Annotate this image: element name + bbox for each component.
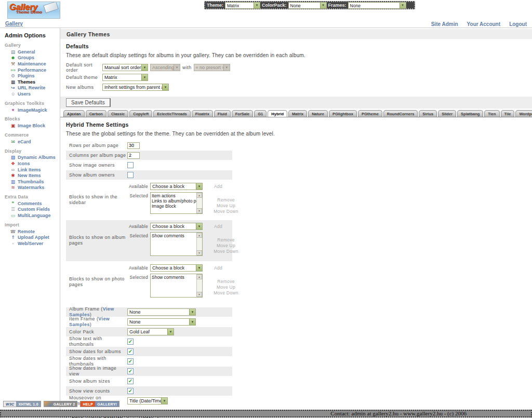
blocks-to-show-on-photo-pages-available-select[interactable]: Choose a block▼ (150, 264, 203, 272)
show-album-sizes-checkbox[interactable]: ✓ (127, 378, 134, 384)
list-item[interactable]: Item actions (152, 193, 195, 198)
gallery2-badge[interactable]: GALLERY 2 (44, 401, 78, 407)
scroll-down-icon[interactable]: ▼ (196, 292, 202, 297)
scroll-down-icon[interactable]: ▼ (196, 250, 202, 255)
breadcrumb-gallery-link[interactable]: Gallery (5, 21, 23, 26)
tab-matrix[interactable]: Matrix (288, 110, 307, 117)
sidebar-item-custom-fields[interactable]: ☰Custom Fields (5, 207, 58, 213)
scroll-up-icon[interactable]: ▲ (196, 274, 202, 279)
add-link[interactable]: Add (214, 183, 222, 189)
show-album-owners-checkbox[interactable] (127, 172, 134, 178)
sidebar-item-link-items[interactable]: ∞Link Items (5, 167, 58, 173)
remove-link[interactable]: Remove (210, 237, 242, 243)
remove-link[interactable]: Remove (210, 279, 242, 285)
move-down-link[interactable]: Move Down (210, 290, 242, 296)
color-pack-select[interactable]: Gold Leaf▼ (127, 328, 174, 335)
tab-eclecticthreads[interactable]: EclecticThreads (153, 110, 191, 117)
sidebar-item-imagemagick[interactable]: ✦ImageMagick (5, 107, 58, 113)
tab-forsale[interactable]: ForSale (232, 110, 254, 117)
sidebar-item-comments[interactable]: ❞Comments (5, 200, 58, 207)
frames-select[interactable]: None ▼ (348, 2, 406, 9)
tab-carbon[interactable]: Carbon (86, 110, 107, 117)
move-up-link[interactable]: Move Up (210, 203, 242, 209)
sidebar-item-users[interactable]: ☺Users (5, 91, 58, 97)
sidebar-item-new-items[interactable]: ✱New Items (5, 172, 58, 179)
list-item[interactable]: Links to album/photo peers (152, 198, 195, 204)
rows-per-album-page-input[interactable] (127, 142, 140, 149)
sidebar-item-groups[interactable]: ☻Groups (5, 55, 58, 61)
tab-g1[interactable]: G1 (254, 110, 267, 117)
tab-pglightbox[interactable]: PGlightbox (329, 110, 357, 117)
colorpack-select[interactable]: None ▼ (288, 2, 327, 9)
list-item[interactable]: Image Block (152, 204, 195, 209)
sidebar-item-general[interactable]: ▤General (5, 49, 58, 55)
tab-classic[interactable]: Classic (108, 110, 128, 117)
default-theme-select[interactable]: Matrix ▼ (102, 74, 148, 81)
sidebar-item-themes[interactable]: ▦Themes (5, 79, 58, 85)
scroll-up-icon[interactable]: ▲ (196, 233, 202, 238)
move-up-link[interactable]: Move Up (210, 285, 242, 290)
blocks-to-show-on-album-pages-available-select[interactable]: Choose a block▼ (150, 223, 203, 230)
theme-select[interactable]: Matrix ▼ (225, 2, 260, 9)
show-image-owners-checkbox[interactable] (127, 162, 134, 168)
blocks-to-show-in-the-sidebar-selected-list[interactable]: Item actionsLinks to album/photo peersIm… (150, 192, 203, 214)
tab-splatbang[interactable]: Splatbang (457, 110, 483, 117)
list-scrollbar[interactable]: ▲▼ (196, 193, 202, 213)
sidebar-item-upload-applet[interactable]: ⇑Upload Applet (5, 234, 58, 240)
scroll-down-icon[interactable]: ▼ (196, 208, 202, 213)
tab-sirius[interactable]: Sirius (419, 110, 437, 117)
blocks-to-show-on-album-pages-selected-list[interactable]: Show comments▲▼ (150, 232, 203, 256)
sidebar-item-url-rewrite[interactable]: ↪URL Rewrite (5, 85, 58, 91)
sidebar-item-watermarks[interactable]: ≋Watermarks (5, 185, 58, 191)
default-sort-order-select[interactable]: Manual sort order ▼ (102, 64, 148, 71)
tab-tien[interactable]: Tien (484, 110, 499, 117)
sidebar-item-maintenance[interactable]: ⚒Maintenance (5, 61, 58, 67)
show-dates-in-image-view-checkbox[interactable]: ✓ (127, 368, 134, 374)
your-account-link[interactable]: Your Account (467, 21, 500, 27)
tab-ajaxian[interactable]: Ajaxian (63, 110, 85, 117)
sidebar-item-icons[interactable]: ❖Icons (5, 160, 58, 167)
new-albums-select[interactable]: Inherit settings from parent album ▼ (102, 84, 169, 91)
remove-link[interactable]: Remove (210, 197, 242, 203)
tab-nature[interactable]: Nature (308, 110, 328, 117)
tab-slider[interactable]: Slider (438, 110, 456, 117)
list-scrollbar[interactable]: ▲▼ (196, 274, 202, 297)
tab-tile[interactable]: Tile (501, 110, 515, 117)
album-frame-select[interactable]: None▼ (127, 308, 196, 316)
tab-fluid[interactable]: Fluid (214, 110, 231, 117)
sidebar-item-multilanguage[interactable]: ▭MultiLanguage (5, 212, 58, 219)
tab-pgtheme[interactable]: PGtheme (358, 110, 382, 117)
move-up-link[interactable]: Move Up (210, 243, 242, 249)
sidebar-item-plugins[interactable]: ⚙Plugins (5, 73, 58, 79)
show-text-with-thumbnails-checkbox[interactable]: ✓ (127, 339, 134, 345)
site-admin-link[interactable]: Site Admin (431, 21, 458, 27)
logout-link[interactable]: Logout (509, 21, 527, 27)
blocks-to-show-in-the-sidebar-available-select[interactable]: Choose a block▼ (150, 183, 203, 190)
blocks-to-show-on-photo-pages-selected-list[interactable]: Show comments▲▼ (150, 274, 203, 298)
tab-hybrid[interactable]: Hybrid (268, 110, 287, 117)
sidebar-item-image-block[interactable]: ▣Image Block (5, 123, 58, 129)
columns-per-album-page-input[interactable] (127, 152, 140, 159)
show-dates-for-albums-checkbox[interactable]: ✓ (127, 348, 134, 355)
tab-copyleft[interactable]: Copyleft (129, 110, 152, 117)
tab-floatrix[interactable]: Floatrix (192, 110, 213, 117)
list-item[interactable]: Show comments (152, 275, 195, 280)
help-gallery-badge[interactable]: HELP GALLERY! (80, 401, 119, 407)
add-link[interactable]: Add (214, 223, 222, 229)
mouseover-on-thumbnails-select[interactable]: Title (Date/Time)▼ (127, 397, 168, 404)
sidebar-item-dynamic-albums[interactable]: ▧Dynamic Albums (5, 155, 58, 161)
tab-wordpressembedded[interactable]: WordpressEmbedded (515, 110, 532, 117)
item-frame-select[interactable]: None▼ (127, 318, 196, 326)
show-view-counts-checkbox[interactable]: ✓ (127, 388, 134, 394)
add-link[interactable]: Add (214, 264, 222, 271)
tab-roundcorners[interactable]: RoundCorners (383, 110, 418, 117)
list-item[interactable]: Show comments (152, 233, 195, 238)
sidebar-item-ecard[interactable]: ✉eCard (5, 139, 58, 145)
gallery-logo[interactable]: Gallery Theme Demo (7, 2, 60, 19)
scroll-up-icon[interactable]: ▲ (196, 193, 202, 198)
sidebar-item-web-server[interactable]: ▫Web/Server (5, 240, 58, 247)
show-dates-with-thumbnails-checkbox[interactable]: ✓ (127, 358, 134, 365)
save-defaults-button[interactable]: Save Defaults (66, 98, 111, 107)
move-down-link[interactable]: Move Down (210, 209, 242, 214)
list-scrollbar[interactable]: ▲▼ (196, 233, 202, 255)
